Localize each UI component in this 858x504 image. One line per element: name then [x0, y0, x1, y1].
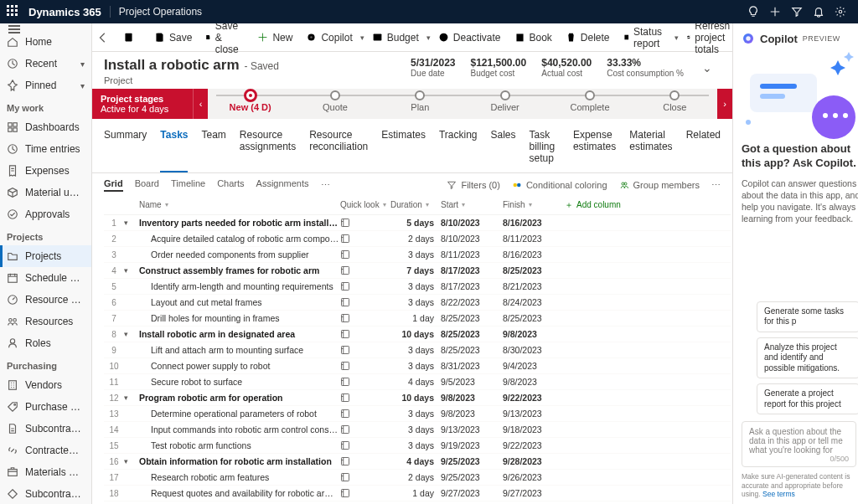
quicklook-icon[interactable] [340, 361, 350, 371]
stage-quote[interactable]: Quote [292, 89, 377, 119]
delete-button[interactable]: Delete [560, 27, 616, 49]
task-row[interactable]: 3 Order needed components from supplier … [104, 247, 731, 263]
save-button[interactable]: Save [148, 27, 198, 49]
expand-icon[interactable]: ▾ [124, 219, 139, 227]
stage-complete[interactable]: Complete [547, 89, 632, 119]
readonly-button[interactable] [117, 27, 140, 49]
nav-item-dashboards[interactable]: Dashboards [0, 116, 91, 138]
copilot-suggestion[interactable]: Generate some tasks for this p [757, 301, 858, 332]
quicklook-icon[interactable] [340, 488, 350, 498]
nav-pinned[interactable]: Pinned ▾ [0, 75, 91, 96]
nav-item-expenses[interactable]: Expenses [0, 160, 91, 182]
task-row[interactable]: 17 Research robotic arm features 2 days … [104, 470, 731, 486]
task-row[interactable]: 8 ▾ Install robotic arm in designated ar… [104, 327, 731, 342]
expand-icon[interactable]: ▾ [124, 393, 139, 402]
filter-icon[interactable] [786, 0, 808, 23]
stage-plan[interactable]: Plan [378, 89, 463, 119]
task-row[interactable]: 10 Connect power supply to robot 3 days … [104, 358, 731, 374]
quicklook-icon[interactable] [340, 440, 350, 450]
col-quicklook[interactable]: Quick look▾ [340, 200, 390, 209]
nav-item-subcontracts[interactable]: Subcontracts [0, 418, 91, 440]
col-finish[interactable]: Finish▾ [503, 200, 565, 209]
nav-item-contracted-resource-[interactable]: Contracted resource... [0, 440, 91, 461]
nav-item-material-usage[interactable]: Material usage [0, 182, 91, 203]
subtab-assignments[interactable]: Assignments [256, 178, 309, 192]
stage-banner[interactable]: Project stages Active for 4 days [92, 89, 193, 119]
nav-item-time-entries[interactable]: Time entries [0, 138, 91, 160]
subbar-overflow[interactable]: ⋯ [711, 180, 721, 191]
task-row[interactable]: 12 ▾ Program robotic arm for operation 1… [104, 390, 731, 406]
nav-item-resource-utilization[interactable]: Resource utilization [0, 289, 91, 311]
task-row[interactable]: 11 Secure robot to surface 4 days 9/5/20… [104, 374, 731, 390]
tab-team[interactable]: Team [201, 124, 225, 172]
tab-estimates[interactable]: Estimates [381, 124, 426, 172]
task-row[interactable]: 4 ▾ Construct assembly frames for roboti… [104, 263, 731, 279]
stage-close[interactable]: Close [633, 89, 717, 119]
copilot-input[interactable]: Ask a question about the data in this ap… [742, 421, 856, 467]
gear-icon[interactable] [830, 0, 851, 23]
subtab-grid[interactable]: Grid [104, 178, 123, 192]
nav-home[interactable]: Home [0, 31, 91, 53]
task-row[interactable]: 9 Lift and attach arm to mounting surfac… [104, 342, 731, 358]
tab-related[interactable]: Related [686, 124, 721, 172]
add-column[interactable]: ＋Add column [565, 199, 640, 211]
bell-icon[interactable] [808, 0, 830, 23]
new-button[interactable]: New [251, 27, 298, 49]
conditional-coloring-button[interactable]: Conditional coloring [512, 180, 607, 190]
task-row[interactable]: 7 Drill holes for mounting in frames 1 d… [104, 311, 731, 327]
budget-split[interactable]: ▾ [426, 27, 431, 49]
plus-icon[interactable] [764, 0, 786, 23]
copilot-split[interactable]: ▾ [360, 27, 364, 49]
task-row[interactable]: 15 Test robotic arm functions 3 days 9/1… [104, 438, 731, 454]
task-row[interactable]: 2 Acquire detailed catalog of robotic ar… [104, 231, 731, 247]
col-start[interactable]: Start▾ [441, 200, 503, 209]
expand-icon[interactable]: ▾ [124, 330, 139, 338]
nav-item-projects[interactable]: Projects [0, 245, 91, 267]
quicklook-icon[interactable] [340, 281, 350, 291]
nav-item-subcontract-milestones[interactable]: Subcontract milestones [0, 483, 91, 504]
lightbulb-icon[interactable] [742, 0, 764, 23]
filters-button[interactable]: Filters (0) [447, 180, 499, 190]
stage-next[interactable]: › [717, 89, 732, 119]
nav-recent[interactable]: Recent ▾ [0, 53, 91, 75]
subtab-charts[interactable]: Charts [217, 178, 244, 192]
task-row[interactable]: 5 Identify arm-length and mounting requi… [104, 279, 731, 295]
nav-item-materials-on-order[interactable]: Materials on order [0, 461, 91, 483]
quicklook-icon[interactable] [340, 409, 350, 419]
nav-item-approvals[interactable]: Approvals [0, 203, 91, 225]
group-members-button[interactable]: Group members [619, 180, 700, 190]
save-close-button[interactable]: Save & close [199, 27, 250, 49]
stage-deliver[interactable]: Deliver [463, 89, 547, 119]
quicklook-icon[interactable] [340, 297, 350, 307]
status-report-split[interactable]: ▾ [675, 27, 679, 49]
quicklook-icon[interactable] [340, 249, 350, 260]
nav-item-resources[interactable]: Resources [0, 311, 91, 332]
quicklook-icon[interactable] [340, 265, 350, 275]
quicklook-icon[interactable] [340, 345, 350, 355]
subtab-board[interactable]: Board [135, 178, 159, 192]
col-name[interactable]: Name▾ [139, 200, 340, 209]
quicklook-icon[interactable] [340, 424, 350, 435]
book-button[interactable]: Book [509, 27, 558, 49]
tab-summary[interactable]: Summary [104, 124, 147, 172]
budget-button[interactable]: Budget [366, 27, 425, 49]
nav-item-roles[interactable]: Roles [0, 332, 91, 354]
task-row[interactable]: 18 Request quotes and availability for r… [104, 486, 731, 501]
tab-resource-assignments[interactable]: Resource assignments [240, 124, 296, 172]
quicklook-icon[interactable] [340, 393, 350, 403]
quicklook-icon[interactable] [340, 218, 350, 228]
stage-prev[interactable]: ‹ [193, 89, 208, 119]
stage-new-d-[interactable]: New (4 D) [208, 89, 292, 119]
tab-sales[interactable]: Sales [490, 124, 515, 172]
header-expand[interactable]: ⌄ [699, 61, 716, 75]
task-row[interactable]: 1 ▾ Inventory parts needed for robotic a… [104, 215, 731, 231]
task-row[interactable]: 6 Layout and cut metal frames 3 days 8/2… [104, 295, 731, 311]
tab-resource-reconciliation[interactable]: Resource reconciliation [309, 124, 368, 172]
nav-item-purchase-price-lists[interactable]: Purchase price lists [0, 396, 91, 418]
quicklook-icon[interactable] [340, 329, 350, 339]
back-button[interactable] [97, 27, 109, 49]
tab-task-billing-setup[interactable]: Task billing setup [530, 124, 560, 172]
tab-material-estimates[interactable]: Material estimates [629, 124, 672, 172]
status-report-button[interactable]: Status report [618, 27, 673, 49]
deactivate-button[interactable]: Deactivate [432, 27, 507, 49]
